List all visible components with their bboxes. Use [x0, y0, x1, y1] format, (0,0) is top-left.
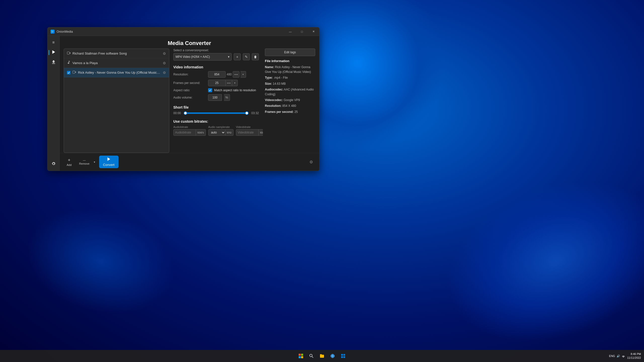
- aspect-ratio-checkbox[interactable]: [208, 88, 212, 92]
- file-item-name: Rick Astley - Never Gonna Give You Up (O…: [78, 71, 161, 74]
- svg-marker-2: [69, 52, 70, 54]
- samplerate-select[interactable]: auto 44100 48000: [208, 129, 225, 136]
- taskbar-time-display[interactable]: 8:46 PM 11/11/2022: [627, 352, 641, 360]
- videobitrate-unit: kbit/s: [259, 129, 263, 136]
- svg-marker-5: [107, 157, 110, 161]
- taskbar-center: [296, 351, 348, 360]
- resolution-options-button[interactable]: [233, 71, 239, 78]
- svg-rect-9: [301, 356, 303, 358]
- videobitrate-input-row: kbit/s: [236, 129, 263, 136]
- search-button[interactable]: [307, 351, 316, 360]
- add-button[interactable]: + Add: [64, 157, 75, 167]
- fps-row: Frames per second: ▾: [173, 80, 259, 86]
- volume-label: Audio volume:: [173, 96, 206, 99]
- play-icon: [52, 50, 56, 55]
- fps-input[interactable]: [208, 80, 226, 86]
- taskbar-right: ENG 🔊 8:46 PM 11/11/2022: [609, 352, 641, 360]
- resolution-group: 480 ▾: [208, 71, 246, 78]
- remove-button[interactable]: — Remove: [77, 158, 92, 166]
- timeline-end: 03:32: [249, 111, 259, 115]
- sidebar-settings-button[interactable]: [49, 160, 58, 169]
- timeline-start: 00:00: [173, 111, 183, 115]
- samplerate-label: Audio samplerate: [208, 125, 233, 128]
- aspect-ratio-text: Match aspect ratio to resolution: [214, 88, 256, 92]
- edit-preset-button[interactable]: ✎: [243, 53, 250, 60]
- minimize-button[interactable]: —: [285, 27, 296, 36]
- audiobitrate-group: Audiobitrate kbit/s: [173, 125, 206, 136]
- timeline-track[interactable]: [185, 112, 247, 114]
- volume-input[interactable]: [208, 94, 222, 101]
- file-explorer-button[interactable]: [317, 351, 327, 360]
- browser-button[interactable]: [328, 351, 337, 360]
- svg-rect-15: [341, 354, 343, 356]
- svg-rect-6: [299, 354, 301, 356]
- file-item-name: Vamos a la Playa: [72, 61, 161, 65]
- preset-dropdown-icon: ▾: [228, 55, 229, 59]
- videobitrate-input[interactable]: [236, 129, 259, 136]
- start-button[interactable]: [296, 351, 305, 360]
- audiobitrate-input[interactable]: [173, 129, 196, 136]
- aspect-ratio-row: Aspect ratio: Match aspect ratio to reso…: [173, 88, 259, 92]
- hamburger-icon: ≡: [52, 40, 55, 45]
- bitrates-title: Use custom bitrates:: [173, 119, 259, 123]
- edit-tags-button[interactable]: Edit tags: [265, 49, 315, 56]
- tray-network-icon: [622, 354, 625, 358]
- sidebar-menu-button[interactable]: ≡: [49, 38, 58, 47]
- resolution-width-input[interactable]: [208, 71, 226, 78]
- maximize-button[interactable]: □: [296, 27, 308, 36]
- sidebar-download-button[interactable]: [49, 58, 58, 67]
- audiobitrate-label: Audiobitrate: [173, 125, 206, 128]
- file-item[interactable]: Richard Stallman Free software Song ⚙: [64, 49, 169, 58]
- preset-label: Select a conversionpreset:: [173, 49, 259, 52]
- delete-preset-button[interactable]: [252, 53, 259, 60]
- file-name-info: Name: Rick Astley - Never Gonna Give You…: [265, 65, 315, 74]
- preset-row: MP4 Video (H264 + AAC) ▾ + ✎: [173, 53, 259, 61]
- close-button[interactable]: ✕: [308, 27, 319, 36]
- convert-button[interactable]: Convert: [99, 156, 119, 168]
- fps-options-button[interactable]: [226, 80, 232, 86]
- add-preset-button[interactable]: +: [234, 53, 241, 60]
- timeline-fill: [185, 112, 247, 114]
- preset-section: Select a conversionpreset: MP4 Video (H2…: [173, 49, 259, 63]
- short-file-title: Short file: [173, 105, 259, 109]
- resolution-dropdown-arrow[interactable]: ▾: [240, 71, 246, 78]
- svg-rect-7: [301, 354, 303, 356]
- file-settings-icon[interactable]: ⚙: [163, 52, 166, 56]
- svg-rect-16: [343, 354, 345, 356]
- file-size-info: Size: 14.63 MB: [265, 81, 315, 86]
- remove-dropdown-button[interactable]: ▾: [92, 158, 97, 166]
- app-settings-button[interactable]: ⚙: [307, 158, 315, 166]
- apps-button[interactable]: [339, 351, 348, 360]
- tray-lang: ENG: [609, 354, 615, 357]
- bottom-toolbar: + Add — Remove ▾ Convert: [60, 153, 319, 171]
- timeline-thumb-right[interactable]: [245, 111, 249, 115]
- timeline-thumb-left[interactable]: [184, 111, 187, 115]
- samplerate-unit: kHz: [225, 129, 233, 136]
- file-settings-icon[interactable]: ⚙: [163, 71, 166, 75]
- volume-unit: %: [224, 94, 230, 101]
- tray-volume-icon: 🔊: [617, 354, 620, 358]
- preset-select[interactable]: MP4 Video (H264 + AAC) ▾: [173, 53, 232, 61]
- svg-marker-4: [75, 71, 76, 73]
- settings-icon: [52, 162, 56, 167]
- app-title: OnionMedia: [57, 30, 285, 33]
- svg-point-19: [623, 357, 624, 357]
- taskbar: ENG 🔊 8:46 PM 11/11/2022: [0, 350, 644, 362]
- sidebar-play-button[interactable]: [49, 48, 58, 57]
- title-bar: O OnionMedia — □ ✕: [48, 27, 319, 36]
- svg-rect-18: [343, 356, 345, 358]
- video-info-section: Video information Resolution: 480: [173, 65, 259, 103]
- file-fps-info: Frames per second: 25: [265, 110, 315, 114]
- file-type-info: Type: .mp4 - File: [265, 75, 315, 80]
- convert-play-icon: [107, 157, 111, 162]
- main-content: Media Converter: [60, 36, 319, 171]
- fps-dropdown-arrow[interactable]: ▾: [232, 80, 238, 86]
- file-settings-icon[interactable]: ⚙: [163, 61, 166, 65]
- file-item[interactable]: Vamos a la Playa ⚙: [64, 58, 169, 68]
- file-item-selected[interactable]: Rick Astley - Never Gonna Give You Up (O…: [64, 68, 169, 77]
- volume-input-group: %: [208, 94, 230, 101]
- sidebar-nav: ≡: [48, 36, 60, 171]
- remove-button-split: — Remove ▾: [77, 158, 97, 166]
- file-info-content: Name: Rick Astley - Never Gonna Give You…: [265, 65, 315, 114]
- file-checkbox[interactable]: [67, 71, 70, 74]
